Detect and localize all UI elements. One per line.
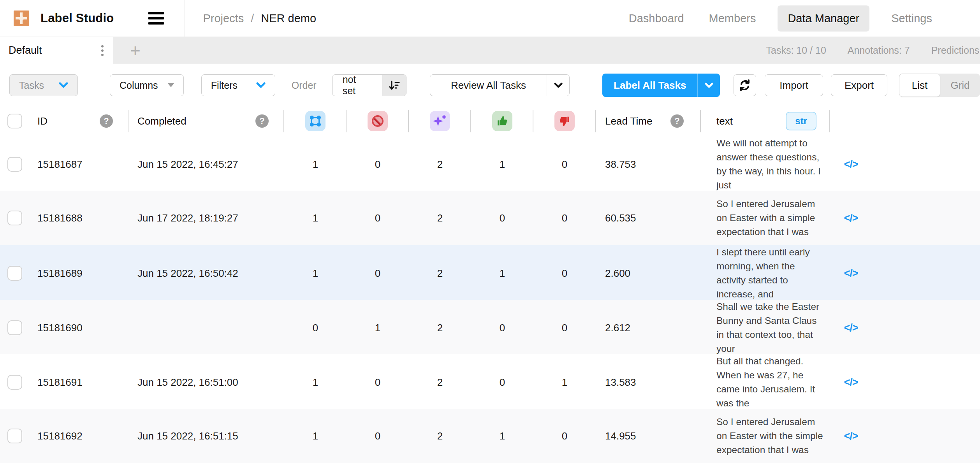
nav-data-manager[interactable]: Data Manager — [778, 5, 869, 32]
column-header-rejected[interactable] — [533, 106, 596, 136]
column-header-lead-time[interactable]: Lead Time — [605, 115, 652, 127]
lead-time-value: 2.612 — [605, 322, 630, 334]
rejected-count: 0 — [562, 212, 567, 224]
filters-dropdown-button[interactable]: Filters — [201, 74, 275, 96]
column-header-cancelled[interactable] — [347, 106, 409, 136]
add-tab-button[interactable]: + — [113, 37, 158, 64]
order-label: Order — [292, 80, 317, 91]
select-all-checkbox[interactable] — [7, 114, 22, 128]
row-checkbox[interactable] — [7, 429, 22, 443]
row-checkbox[interactable] — [7, 320, 22, 335]
source-code-icon[interactable]: </> — [844, 267, 858, 279]
order-button[interactable]: not set — [332, 74, 406, 96]
table-row[interactable]: 15181691 Jun 15 2022, 16:51:00 1 0 2 0 1… — [0, 354, 980, 409]
column-header-predictions[interactable] — [409, 106, 471, 136]
review-all-tasks-label: Review All Tasks — [430, 75, 547, 96]
source-code-icon[interactable]: </> — [844, 322, 858, 334]
annotations-count: 1 — [313, 267, 318, 279]
app-name: Label Studio — [40, 11, 114, 25]
thumbs-down-icon — [554, 111, 575, 131]
annotations-count: 1 — [313, 158, 318, 170]
table-row[interactable]: 15181688 Jun 17 2022, 18:19:27 1 0 2 0 0… — [0, 191, 980, 245]
annotations-count: 1 — [313, 212, 318, 224]
rejected-count: 0 — [562, 322, 567, 334]
nav-settings[interactable]: Settings — [888, 5, 935, 32]
table-row[interactable]: 15181689 Jun 15 2022, 16:50:42 1 0 2 1 0… — [0, 245, 980, 300]
source-code-icon[interactable]: </> — [844, 212, 858, 224]
cancelled-count: 0 — [375, 430, 380, 442]
source-code-icon[interactable]: </> — [844, 430, 858, 442]
cancelled-count: 0 — [375, 267, 380, 279]
label-all-tasks-button[interactable]: Label All Tasks — [602, 74, 720, 97]
review-dropdown-toggle[interactable] — [547, 75, 569, 96]
nav-dashboard[interactable]: Dashboard — [626, 5, 687, 32]
completed-date: Jun 15 2022, 16:45:27 — [137, 158, 238, 170]
completed-date: Jun 15 2022, 16:51:15 — [137, 430, 238, 442]
view-toggle-list[interactable]: List — [899, 74, 940, 97]
column-header-id[interactable]: ID — [37, 115, 48, 127]
task-text-preview: Shall we take the Easter Bunny and Santa… — [716, 300, 827, 356]
accepted-count: 1 — [500, 158, 505, 170]
view-toggle-grid[interactable]: Grid — [940, 74, 980, 97]
tab-options-kebab-icon[interactable] — [99, 43, 106, 58]
hamburger-menu-icon[interactable] — [148, 12, 164, 25]
task-stats: Tasks: 10 / 10 Annotations: 7 Prediction… — [766, 37, 980, 64]
accepted-count: 1 — [500, 430, 505, 442]
column-header-completed[interactable]: Completed — [137, 115, 186, 127]
row-checkbox[interactable] — [7, 375, 22, 390]
predictions-count: 2 — [437, 158, 443, 170]
nav-members[interactable]: Members — [706, 5, 759, 32]
completed-date: Jun 15 2022, 16:50:42 — [137, 267, 238, 279]
stat-predictions: Predictions: 20 — [931, 45, 980, 56]
predictions-count: 2 — [437, 212, 443, 224]
table-row[interactable]: 15181690 0 1 2 0 0 2.612 Shall we take t… — [0, 300, 980, 354]
source-code-icon[interactable]: </> — [844, 158, 858, 170]
breadcrumb: Projects / NER demo — [203, 12, 316, 25]
cancelled-count: 0 — [375, 212, 380, 224]
completed-date: Jun 17 2022, 18:19:27 — [137, 212, 238, 224]
task-text-preview: So I entered Jerusalem on Easter with a … — [716, 197, 827, 239]
sort-direction-button[interactable] — [382, 75, 406, 96]
tasks-dropdown-label: Tasks — [19, 80, 44, 91]
help-icon — [100, 114, 113, 128]
predictions-count: 2 — [437, 376, 443, 388]
table-row[interactable]: 15181692 Jun 15 2022, 16:51:15 1 0 2 1 0… — [0, 409, 980, 463]
row-checkbox[interactable] — [7, 157, 22, 172]
tasks-dropdown-button[interactable]: Tasks — [9, 74, 78, 96]
task-text-preview: But all that changed. When he was 27, he… — [716, 354, 827, 410]
columns-dropdown-button[interactable]: Columns — [110, 74, 184, 96]
rejected-count: 0 — [562, 158, 567, 170]
row-checkbox[interactable] — [7, 211, 22, 225]
column-header-accepted[interactable] — [471, 106, 533, 136]
lead-time-value: 2.600 — [605, 267, 630, 279]
header-divider — [185, 0, 185, 37]
source-code-icon[interactable]: </> — [844, 376, 858, 388]
cancelled-count: 1 — [375, 322, 380, 334]
label-dropdown-toggle[interactable] — [697, 74, 720, 97]
refresh-button[interactable] — [734, 74, 756, 96]
task-id: 15181692 — [37, 430, 83, 442]
task-id: 15181688 — [37, 212, 83, 224]
tab-default[interactable]: Default — [0, 37, 113, 64]
breadcrumb-projects[interactable]: Projects — [203, 12, 244, 25]
annotations-count-icon — [305, 111, 325, 131]
import-button[interactable]: Import — [765, 74, 823, 96]
review-all-tasks-button[interactable]: Review All Tasks — [430, 74, 570, 96]
annotations-count: 0 — [313, 322, 318, 334]
order-value[interactable]: not set — [333, 75, 382, 96]
filters-dropdown-label: Filters — [211, 80, 238, 91]
chevron-down-icon — [256, 82, 266, 88]
table-header: ID Completed — [0, 106, 980, 136]
accepted-count: 0 — [500, 212, 505, 224]
row-checkbox[interactable] — [7, 266, 22, 281]
task-text-preview: I slept there until early morning, when … — [716, 245, 827, 301]
table-row[interactable]: 15181687 Jun 15 2022, 16:45:27 1 0 2 1 0… — [0, 136, 980, 191]
export-button[interactable]: Export — [831, 74, 887, 96]
help-icon — [255, 114, 269, 128]
main-nav: Dashboard Members Data Manager Settings — [626, 5, 980, 32]
annotations-count: 1 — [313, 376, 318, 388]
cancelled-annotations-icon — [368, 111, 388, 131]
task-id: 15181691 — [37, 376, 83, 388]
column-header-text[interactable]: text — [716, 115, 733, 127]
column-header-annotations[interactable] — [284, 106, 347, 136]
